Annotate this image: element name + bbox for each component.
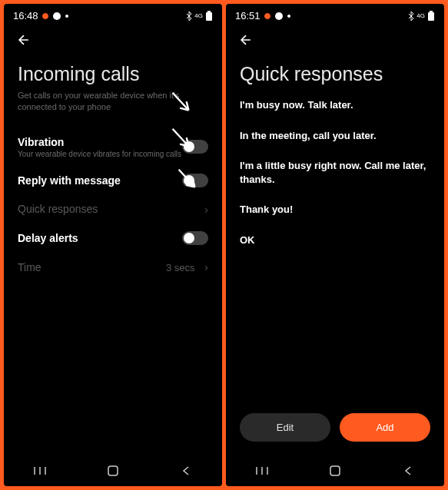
messenger-icon — [274, 12, 284, 21]
status-bar: 16:51 4G — [226, 4, 444, 25]
setting-time[interactable]: Time 3 secs › — [18, 253, 208, 282]
setting-delay-alerts[interactable]: Delay alerts — [18, 223, 208, 253]
svg-point-0 — [53, 12, 61, 20]
more-icon — [65, 15, 68, 18]
nav-home[interactable] — [312, 465, 358, 477]
messenger-icon — [52, 12, 61, 21]
vibration-sublabel: Your wearable device vibrates for incomi… — [18, 150, 181, 158]
battery-icon — [205, 11, 213, 22]
page-title: Incoming calls — [18, 63, 208, 85]
svg-point-7 — [275, 12, 283, 20]
phone-screen-incoming-calls: 16:48 4G Incoming calls Get calls on you… — [4, 4, 222, 486]
svg-rect-9 — [430, 11, 433, 12]
svg-rect-2 — [207, 11, 211, 12]
signal-icon: 4G — [194, 12, 203, 19]
bluetooth-icon — [186, 12, 192, 21]
back-button[interactable] — [16, 32, 32, 51]
status-time: 16:51 — [235, 10, 261, 22]
time-label: Time — [18, 261, 41, 273]
navigation-bar — [4, 454, 222, 486]
setting-vibration[interactable]: Vibration Your wearable device vibrates … — [18, 128, 208, 166]
chevron-right-icon: › — [204, 260, 208, 273]
svg-rect-6 — [108, 466, 118, 475]
setting-quick-responses[interactable]: Quick responses › — [18, 195, 208, 223]
nav-back[interactable] — [163, 465, 209, 476]
page-title: Quick responses — [240, 63, 430, 85]
nav-home[interactable] — [90, 465, 136, 477]
status-time: 16:48 — [13, 10, 38, 22]
nav-recents[interactable] — [239, 465, 285, 476]
reply-label: Reply with message — [18, 174, 121, 187]
navigation-bar — [226, 454, 444, 486]
bluetooth-icon — [408, 12, 414, 21]
response-item[interactable]: In the meeting, call you later. — [240, 121, 430, 151]
response-list: I'm busy now. Talk later. In the meeting… — [240, 90, 430, 255]
delay-toggle[interactable] — [182, 231, 208, 245]
phone-screen-quick-responses: 16:51 4G Quick responses I'm busy now. T… — [226, 4, 444, 486]
record-icon — [42, 13, 48, 19]
time-value: 3 secs — [166, 262, 195, 273]
chevron-right-icon: › — [204, 203, 208, 216]
status-bar: 16:48 4G — [4, 4, 222, 25]
more-icon — [287, 15, 290, 18]
reply-toggle[interactable] — [182, 174, 208, 187]
svg-rect-1 — [206, 12, 212, 21]
setting-reply-with-message[interactable]: Reply with message — [18, 166, 208, 195]
response-item[interactable]: I'm busy now. Talk later. — [240, 90, 430, 121]
nav-back[interactable] — [385, 465, 431, 476]
response-item[interactable]: I'm a little busy right now. Call me lat… — [240, 151, 430, 194]
response-item[interactable]: Thank you! — [240, 194, 430, 225]
back-button[interactable] — [238, 32, 254, 51]
edit-button[interactable]: Edit — [240, 413, 330, 442]
quick-responses-label: Quick responses — [18, 203, 98, 215]
signal-icon: 4G — [416, 12, 425, 19]
response-item[interactable]: OK — [240, 225, 430, 256]
record-icon — [264, 13, 270, 19]
add-button[interactable]: Add — [340, 413, 430, 442]
svg-rect-8 — [428, 12, 434, 21]
vibration-label: Vibration — [18, 136, 181, 148]
nav-recents[interactable] — [17, 465, 63, 476]
svg-rect-13 — [330, 466, 340, 475]
vibration-toggle[interactable] — [182, 140, 208, 154]
page-subtitle: Get calls on your wearable device when i… — [18, 90, 208, 113]
battery-icon — [427, 11, 435, 22]
delay-label: Delay alerts — [18, 232, 78, 244]
